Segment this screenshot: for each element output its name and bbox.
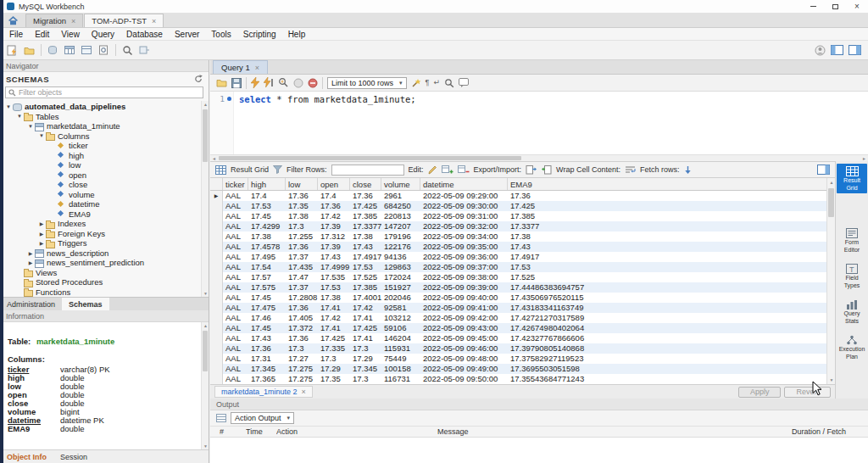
close-button[interactable]: × — [846, 0, 868, 13]
grid-cell[interactable]: 2022-05-09 09:34:00 — [420, 232, 508, 242]
grid-cell[interactable]: 17.3 — [286, 221, 318, 232]
grid-cell[interactable]: AAL — [223, 313, 248, 323]
explain-query-icon[interactable] — [278, 77, 289, 88]
grid-cell[interactable]: 147207 — [381, 221, 420, 232]
stop-query-icon[interactable] — [293, 78, 303, 88]
grid-cell[interactable]: 2022-05-09 09:37:00 — [420, 262, 508, 272]
scrollbar-thumb[interactable] — [203, 331, 208, 371]
grid-cell[interactable]: AAL — [223, 374, 248, 384]
grid-cell[interactable]: 17.405 — [286, 313, 318, 323]
new-table-icon[interactable] — [64, 46, 75, 55]
grid-cell[interactable]: 17.41 — [350, 333, 381, 343]
collapse-arrow-icon[interactable]: ▼ — [15, 114, 24, 119]
edit-record-icon[interactable] — [428, 165, 437, 175]
grid-cell[interactable]: 17.4917 — [508, 252, 826, 262]
grid-cell[interactable]: 17.39 — [318, 242, 350, 252]
grid-cell[interactable]: 172024 — [381, 272, 420, 282]
grid-cell[interactable]: 17.35 — [286, 201, 318, 211]
grid-cell[interactable]: 2022-05-09 09:38:00 — [420, 272, 508, 282]
grid-cell[interactable]: 17.38 — [286, 211, 318, 221]
grid-cell[interactable]: 17.495 — [248, 252, 286, 262]
fetch-rows-icon[interactable] — [683, 165, 693, 175]
grid-cell[interactable]: 17.255 — [286, 232, 318, 242]
grid-column-header-ema9[interactable]: EMA9 — [508, 178, 826, 190]
menu-database[interactable]: Database — [120, 30, 169, 39]
grid-row[interactable]: AAL17.5317.3517.3617.4256842502022-05-09… — [210, 201, 826, 211]
grid-cell[interactable]: AAL — [223, 293, 248, 303]
grid-cell[interactable]: 17.3695503051598 — [508, 364, 826, 374]
grid-cell[interactable]: 17.535 — [318, 272, 350, 282]
grid-cell[interactable]: 17.43506976520115 — [508, 293, 826, 303]
grid-cell[interactable]: 17.3377 — [508, 221, 826, 232]
grid-cell[interactable]: 17.43 — [508, 242, 826, 252]
grid-cell[interactable]: 17.42721270317589 — [508, 313, 826, 323]
grid-cell[interactable]: 17.335 — [318, 343, 350, 354]
grid-cell[interactable]: 151927 — [381, 282, 420, 293]
document-tab-tom-adp-tst[interactable]: TOM-ADP-TST× — [84, 14, 164, 27]
grid-cell[interactable]: AAL — [223, 252, 248, 262]
apply-button[interactable]: Apply — [738, 387, 782, 398]
new-view-icon[interactable] — [81, 46, 92, 55]
grid-cell[interactable]: 2022-05-09 09:40:00 — [420, 293, 508, 303]
scroll-down-icon[interactable]: ▼ — [202, 443, 209, 449]
grid-cell[interactable]: 17.3377 — [350, 221, 381, 232]
editor-code-line[interactable]: select * from marketdata_1minute; — [234, 92, 416, 154]
grid-cell[interactable]: 17.37582927119523 — [508, 354, 826, 364]
grid-cell[interactable]: 17.35 — [318, 374, 350, 384]
tree-item-columns[interactable]: ▼Columns — [0, 131, 209, 142]
close-query-tab-icon[interactable]: × — [255, 64, 259, 72]
side-panel-field-types[interactable]: TFieldTypes — [837, 261, 867, 291]
grid-cell[interactable]: 17.3 — [350, 374, 381, 384]
grid-cell[interactable]: 2961 — [381, 191, 420, 201]
grid-cell[interactable]: 17.38 — [508, 232, 826, 242]
side-panel-query-stats[interactable]: QueryStats — [837, 297, 867, 326]
grid-cell[interactable]: 17.53 — [248, 201, 286, 211]
tree-item-volume[interactable]: volume — [0, 190, 209, 200]
grid-cell[interactable]: 75449 — [381, 354, 420, 364]
scroll-right-icon[interactable]: ► — [860, 156, 868, 161]
grid-cell[interactable]: 2022-05-09 09:46:00 — [420, 343, 508, 354]
tab-object-info[interactable]: Object Info — [0, 450, 53, 463]
tree-item-close[interactable]: close — [0, 180, 209, 190]
grid-cell[interactable]: 17.47 — [286, 272, 318, 282]
tree-item-indexes[interactable]: ▶Indexes — [0, 219, 209, 229]
grid-cell[interactable]: 17.275 — [286, 374, 318, 384]
info-scrollbar[interactable]: ▲ ▼ — [201, 322, 209, 449]
document-tab-migration[interactable]: Migration× — [25, 14, 83, 27]
expand-arrow-icon[interactable]: ▶ — [37, 231, 46, 237]
grid-cell[interactable]: 94136 — [381, 252, 420, 262]
grid-cell[interactable]: 17.45 — [248, 323, 286, 333]
comment-icon[interactable] — [459, 78, 469, 87]
grid-cell[interactable]: 146204 — [381, 333, 420, 343]
grid-cell[interactable]: 59106 — [381, 323, 420, 333]
menu-help[interactable]: Help — [282, 30, 312, 39]
scrollbar-thumb[interactable] — [219, 156, 521, 160]
scroll-up-icon[interactable]: ▲ — [202, 323, 209, 328]
tab-administration[interactable]: Administration — [0, 298, 62, 310]
grid-cell[interactable]: 17.38 — [248, 232, 286, 242]
collapse-arrow-icon[interactable]: ▼ — [37, 133, 46, 138]
grid-cell[interactable]: 17.53 — [350, 262, 381, 272]
collapse-arrow-icon[interactable]: ▼ — [4, 104, 13, 109]
grid-cell[interactable]: 17.42 — [350, 303, 381, 313]
grid-cell[interactable]: 17.2808 — [286, 293, 318, 303]
grid-cell[interactable]: 17.38 — [350, 232, 381, 242]
grid-cell[interactable]: 2022-05-09 09:30:00 — [420, 201, 508, 211]
sql-editor[interactable]: 1 select * from marketdata_1minute; — [210, 92, 868, 154]
scroll-up-icon[interactable]: ▲ — [827, 180, 836, 185]
grid-cell[interactable]: 17.42674980402064 — [508, 323, 826, 333]
connection-status-icon[interactable] — [815, 45, 826, 56]
grid-cell[interactable]: 17.36 — [248, 343, 286, 354]
grid-cell[interactable]: AAL — [223, 303, 248, 313]
grid-cell[interactable]: 2022-05-09 09:48:00 — [420, 354, 508, 364]
grid-column-header-low[interactable]: low — [286, 178, 318, 190]
output-type-dropdown[interactable]: Action Output ▾ — [231, 412, 294, 424]
grid-cell[interactable]: 2022-05-09 09:35:00 — [420, 242, 508, 252]
tree-item-datetime[interactable]: datetime — [0, 199, 209, 209]
grid-column-header-ticker[interactable]: ticker — [223, 178, 248, 190]
grid-cell[interactable]: 17.425 — [350, 201, 381, 211]
grid-cell[interactable]: 17.312 — [318, 232, 350, 242]
show-invisible-characters-icon[interactable]: ¶ — [426, 79, 430, 86]
grid-row[interactable]: AAL17.3617.317.33517.31159312022-05-09 0… — [210, 343, 826, 354]
grid-row[interactable]: AAL17.3817.25517.31217.381791962022-05-0… — [210, 232, 826, 242]
